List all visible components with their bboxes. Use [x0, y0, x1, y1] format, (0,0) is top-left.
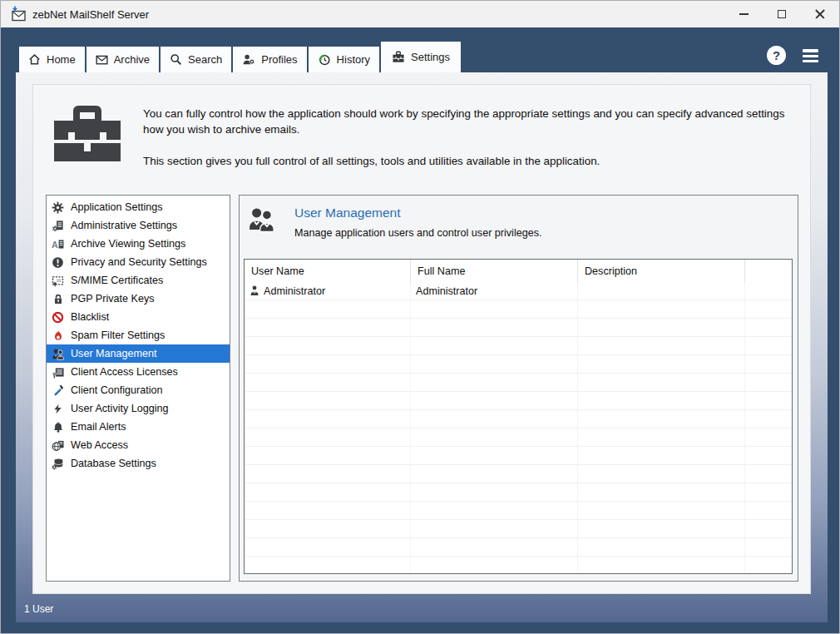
maximize-icon	[778, 10, 786, 18]
table-row-empty	[245, 392, 792, 410]
sidebar-item-email-alerts[interactable]: Email Alerts	[47, 418, 230, 436]
app-logo-envelope-icon	[8, 5, 27, 23]
column-header-user-name[interactable]: User Name	[245, 260, 411, 282]
column-header-full-name[interactable]: Full Name	[411, 260, 578, 282]
sidebar-item-privacy-security-settings[interactable]: Privacy and Security Settings	[47, 253, 230, 271]
sidebar-item-label: Database Settings	[71, 458, 156, 469]
sidebar-item-label: Administrative Settings	[71, 220, 177, 231]
search-icon	[170, 53, 182, 66]
tab-profiles-label: Profiles	[261, 53, 297, 66]
sidebar-item-user-activity-logging[interactable]: User Activity Logging	[47, 399, 230, 418]
table-row-empty	[245, 520, 792, 538]
sidebar-item-label: Archive Viewing Settings	[71, 238, 185, 250]
settings-category-list: Application Settings	[46, 195, 230, 582]
sidebar-item-label: User Activity Logging	[71, 403, 169, 414]
tab-history[interactable]: History	[309, 47, 379, 72]
table-row-empty	[245, 538, 792, 557]
certificate-icon	[51, 274, 65, 287]
globe-icon	[51, 438, 65, 452]
panel-title: User Management	[294, 206, 542, 220]
tab-home-label: Home	[47, 53, 76, 66]
sidebar-item-label: Spam Filter Settings	[71, 329, 165, 341]
sidebar-item-label: Email Alerts	[71, 421, 126, 433]
column-header-description[interactable]: Description	[578, 260, 745, 282]
title-bar: zebNet MailShelf Server	[1, 1, 839, 27]
table-row-empty	[245, 465, 792, 483]
sidebar-item-application-settings[interactable]: Application Settings	[47, 198, 230, 216]
page-header: You can fully control how the applicatio…	[33, 85, 810, 169]
cell-full-name: Administrator	[416, 285, 477, 297]
license-key-icon	[51, 365, 65, 379]
table-row-empty	[245, 319, 792, 337]
panel-subtitle: Manage application users and control use…	[294, 227, 542, 239]
sidebar-item-web-access[interactable]: Web Access	[47, 436, 230, 454]
help-button[interactable]: ?	[767, 46, 786, 65]
blocked-icon	[51, 310, 65, 324]
sidebar-item-smime-certificates[interactable]: S/MIME Certificates	[47, 271, 230, 290]
sidebar-item-label: User Management	[71, 348, 157, 359]
hamburger-menu-button[interactable]	[803, 49, 818, 65]
users-large-icon	[247, 206, 277, 234]
app-window: zebNet MailShelf Server Home Archi	[0, 0, 840, 634]
sidebar-item-label: Client Access Licenses	[71, 366, 178, 378]
profile-gear-icon	[242, 53, 255, 66]
client-area: You can fully control how the applicatio…	[16, 72, 828, 622]
column-header-extra	[745, 260, 792, 282]
maximize-button[interactable]	[763, 1, 801, 27]
sidebar-item-blacklist[interactable]: Blacklist	[47, 308, 230, 326]
table-row-empty	[245, 502, 792, 520]
sidebar-item-client-configuration[interactable]: Client Configuration	[47, 381, 230, 399]
close-button[interactable]	[801, 1, 839, 27]
sidebar-item-label: Client Configuration	[71, 384, 163, 396]
close-icon	[815, 9, 825, 19]
status-bar-user-count: 1 User	[24, 603, 53, 615]
settings-intro-line1: You can fully control how the applicatio…	[143, 106, 795, 137]
tab-archive-label: Archive	[114, 53, 150, 66]
sidebar-item-archive-viewing-settings[interactable]: A Archive Viewing Settings	[47, 235, 230, 253]
sidebar-item-administrative-settings[interactable]: Administrative Settings	[47, 216, 230, 235]
sidebar-item-spam-filter-settings[interactable]: Spam Filter Settings	[47, 326, 230, 344]
sidebar-item-pgp-private-keys[interactable]: PGP Private Keys	[47, 290, 230, 308]
table-row-empty	[245, 374, 792, 392]
minimize-button[interactable]	[724, 1, 763, 27]
tab-archive[interactable]: Archive	[86, 47, 159, 72]
table-row-empty	[245, 557, 792, 574]
table-row-administrator[interactable]: Administrator Administrator	[245, 282, 792, 300]
bell-icon	[51, 420, 65, 433]
user-management-panel: User Management Manage application users…	[239, 195, 798, 582]
toolbox-icon	[392, 51, 405, 63]
tab-home[interactable]: Home	[19, 47, 85, 72]
sidebar-item-label: S/MIME Certificates	[71, 275, 163, 286]
table-row-empty	[245, 355, 792, 374]
tab-settings[interactable]: Settings	[381, 42, 461, 72]
table-empty-rows	[245, 300, 792, 574]
table-row-empty	[245, 447, 792, 465]
user-person-icon	[250, 285, 259, 296]
sidebar-item-label: Privacy and Security Settings	[71, 256, 207, 268]
tab-search[interactable]: Search	[161, 47, 231, 72]
flame-icon	[51, 329, 65, 342]
sidebar-item-user-management[interactable]: User Management	[47, 344, 230, 363]
sidebar-item-client-access-licenses[interactable]: Client Access Licenses	[47, 363, 230, 381]
table-row-empty	[245, 428, 792, 447]
svg-text:A: A	[52, 239, 58, 249]
wrench-icon	[51, 384, 65, 397]
panel-header: User Management Manage application users…	[240, 196, 798, 239]
minimize-icon	[739, 13, 749, 15]
sidebar-item-label: Blacklist	[71, 311, 109, 323]
lightning-icon	[51, 402, 65, 415]
main-area: Home Archive Search	[2, 27, 838, 632]
table-row-empty	[245, 337, 792, 355]
settings-page: You can fully control how the applicatio…	[32, 84, 811, 594]
settings-intro-line2: This section gives you full control of a…	[143, 153, 795, 169]
question-mark-icon: ?	[773, 48, 780, 62]
tab-history-label: History	[337, 53, 370, 66]
table-row-empty	[245, 300, 792, 319]
sidebar-item-database-settings[interactable]: Database Settings	[47, 454, 230, 473]
tab-profiles[interactable]: Profiles	[233, 47, 306, 72]
lock-icon	[51, 292, 65, 305]
tab-settings-label: Settings	[411, 51, 450, 63]
tab-strip: Home Archive Search	[2, 27, 838, 72]
database-icon	[51, 457, 65, 470]
toolbox-large-icon	[54, 105, 121, 163]
